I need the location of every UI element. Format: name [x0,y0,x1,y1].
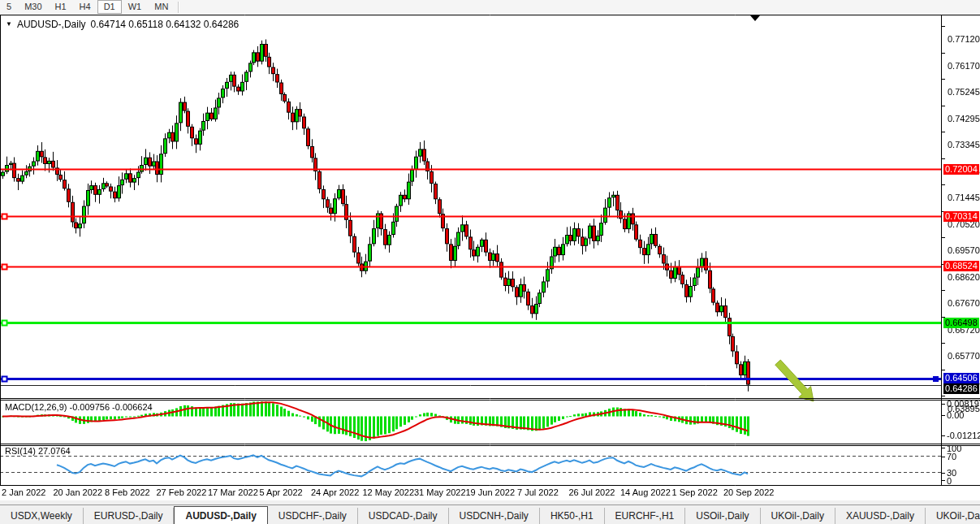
date-tick-label: 8 Feb 2022 [105,487,150,497]
price-line-label-0.70314: 0.70314 [943,211,979,222]
macd-tick-label: 0.00 [947,410,964,420]
date-tick-label: 26 Jul 2022 [569,487,615,497]
chart-tab-xauusd-daily[interactable]: XAUUSD-,Daily [835,508,926,524]
rsi-tick-label: 70 [947,452,956,461]
toolbar-separator [178,2,179,13]
chart-tab-audusd-daily[interactable]: AUDUSD-,Daily [174,506,267,524]
rsi-indicator-label: RSI(14) 27.0764 [5,446,71,456]
trading-terminal-window: 5M30H1H4D1W1MN ▼ AUDUSD-,Daily 0.64714 0… [0,0,980,524]
price-tick-label: 0.69570 [948,245,980,255]
chart-tab-bar: USDX,WeeklyEURUSD-,DailyAUDUSD-,DailyUSD… [0,505,980,524]
price-line-label-0.64286: 0.64286 [943,383,979,394]
chart-tab-usdcnh-daily[interactable]: USDCNH-,Daily [449,508,540,524]
price-tick-label: 0.77120 [948,34,980,44]
price-tick-label: 0.65770 [948,351,980,361]
date-tick-label: 20 Sep 2022 [723,487,774,497]
date-tick-label: 31 May 2022 [414,487,466,497]
chart-tab-hk50-h1[interactable]: HK50-,H1 [540,508,605,524]
macd-tick-label: -0.01212 [947,431,980,440]
chart-title: ▼ AUDUSD-,Daily 0.64714 0.65118 0.64132 … [6,19,239,30]
date-tick-label: 19 Jun 2022 [466,487,516,497]
chart-tab-ukoil-daily[interactable]: UKOil-,Daily [761,508,835,524]
date-tick-label: 2 Jan 2022 [2,487,45,497]
timeframe-button-h4[interactable]: H4 [73,0,97,14]
price-line-label-0.66498: 0.66498 [943,318,979,328]
chart-tab-usdx-weekly[interactable]: USDX,Weekly [0,508,84,524]
timeframe-button-5[interactable]: 5 [0,0,18,14]
chart-tab-eurusd-daily[interactable]: EURUSD-,Daily [84,508,175,524]
timeframe-toolbar: 5M30H1H4D1W1MN [0,0,980,15]
rsi-tick-label: 0 [947,476,952,486]
chart-tab-usdchf-daily[interactable]: USDCHF-,Daily [268,508,358,524]
date-tick-label: 7 Jul 2022 [517,487,559,497]
chart-symbol-label: AUDUSD-,Daily [17,19,86,30]
macd-tick-label: 0.008197 [947,399,980,409]
timeframe-button-m30[interactable]: M30 [18,0,48,14]
chart-tab-usoil-daily[interactable]: USOil-,Daily [685,508,760,524]
chart-ohlc-values: 0.64714 0.65118 0.64132 0.64286 [91,19,240,30]
candlestick-chart-canvas[interactable] [0,15,980,486]
price-tick-label: 0.68620 [948,272,980,282]
price-line-label-0.72004: 0.72004 [943,164,979,175]
timeframe-button-mn[interactable]: MN [148,0,175,14]
price-line-label-0.68524: 0.68524 [943,261,979,271]
price-line-label-0.64506: 0.64506 [943,373,979,383]
date-tick-label: 20 Jan 2022 [54,487,103,497]
date-tick-label: 1 Sep 2022 [672,487,718,497]
date-tick-label: 5 Apr 2022 [260,487,303,497]
chart-tab-eurchf-h1[interactable]: EURCHF-,H1 [605,508,686,524]
price-tick-label: 0.75245 [948,87,980,97]
timeframe-button-w1[interactable]: W1 [122,0,149,14]
date-tick-label: 24 Apr 2022 [311,487,359,497]
price-tick-label: 0.73345 [948,140,980,149]
timeframe-button-h1[interactable]: H1 [49,0,73,14]
price-tick-label: 0.67670 [948,298,980,308]
chart-area: ▼ AUDUSD-,Daily 0.64714 0.65118 0.64132 … [0,14,980,500]
date-tick-label: 17 Mar 2022 [208,487,258,497]
price-tick-label: 0.74295 [948,114,980,123]
price-tick-label: 0.76170 [948,61,980,71]
price-tick-label: 0.71445 [948,193,980,202]
date-tick-label: 14 Aug 2022 [620,487,671,497]
date-tick-label: 27 Feb 2022 [157,487,207,497]
chart-tab-ukoil-da[interactable]: UKOil-,Da [926,508,980,524]
symbol-dropdown-icon[interactable]: ▼ [6,21,12,28]
timeframe-button-d1[interactable]: D1 [97,0,122,14]
chart-tab-usdcad-daily[interactable]: USDCAD-,Daily [358,508,449,524]
macd-indicator-label: MACD(12,26,9) -0.009756 -0.006624 [5,402,153,412]
date-tick-label: 12 May 2022 [363,487,415,497]
